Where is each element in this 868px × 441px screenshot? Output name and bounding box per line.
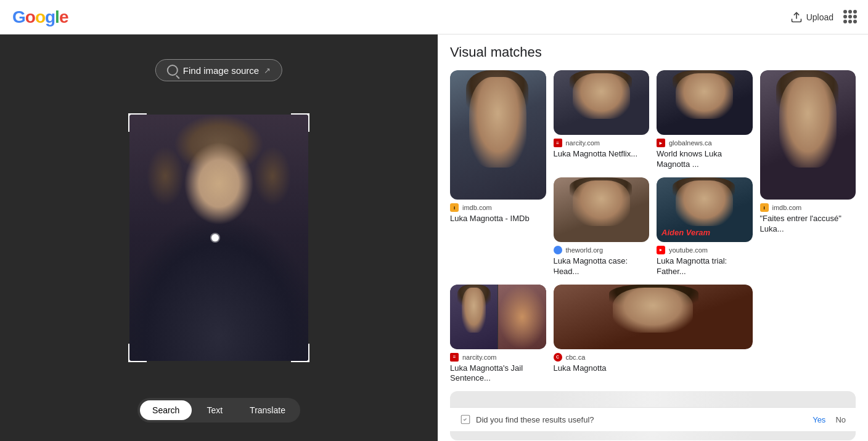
- result-card-8[interactable]: C cbc.ca Luka Magnotta: [554, 285, 753, 384]
- upload-icon: [790, 11, 803, 23]
- img-face-3: [676, 73, 733, 119]
- feedback-yes-button[interactable]: Yes: [813, 415, 825, 424]
- result-title-8: Luka Magnotta: [554, 363, 753, 374]
- favicon-8: C: [554, 353, 562, 362]
- source-name-3: globalnews.ca: [669, 139, 712, 147]
- logo-o1: o: [25, 7, 35, 26]
- source-name-6: youtube.com: [669, 246, 708, 254]
- google-logo: Google: [12, 7, 68, 27]
- result-title-2: Luka Magnotta Netflix...: [554, 149, 650, 160]
- source-name-5: theworld.org: [566, 246, 604, 254]
- result-card-1[interactable]: i imdb.com Luka Magnotta - IMDb: [450, 70, 546, 277]
- favicon-4: i: [760, 203, 769, 212]
- img-face-1: [469, 77, 526, 168]
- upload-label: Upload: [806, 12, 833, 22]
- person-image: [129, 115, 308, 361]
- result-title-6: Luka Magnotta trial: Father...: [657, 256, 753, 277]
- source-name-7: narcity.com: [462, 354, 496, 361]
- result-title-1: Luka Magnotta - IMDb: [450, 214, 546, 224]
- tab-search[interactable]: Search: [140, 400, 192, 420]
- image-container: [129, 115, 308, 361]
- source-name-1: imdb.com: [462, 204, 492, 211]
- find-source-button[interactable]: Find image source ↗: [155, 59, 282, 81]
- source-row-3: ► globalnews.ca: [657, 139, 753, 147]
- feedback-question-area: Did you find these results useful?: [460, 414, 594, 425]
- tab-text[interactable]: Text: [194, 400, 235, 420]
- feedback-question: Did you find these results useful?: [476, 415, 594, 424]
- img-face-4: [779, 77, 837, 168]
- feedback-icon: [460, 414, 471, 425]
- source-row-6: ► youtube.com: [657, 246, 753, 254]
- find-source-label: Find image source: [183, 65, 259, 76]
- result-card-7[interactable]: ≡ narcity.com Luka Magnotta's Jail Sente…: [450, 285, 546, 384]
- source-row-5: theworld.org: [554, 246, 650, 254]
- main-content: Find image source ↗ Search Text Translat…: [0, 34, 868, 441]
- favicon-1: i: [450, 203, 459, 212]
- right-panel: Visual matches i imdb.com Luka Magnotta …: [438, 34, 868, 441]
- source-row-4: i imdb.com: [760, 203, 856, 212]
- result-title-5: Luka Magnotta case: Head...: [554, 256, 650, 277]
- uploaded-image: [129, 115, 308, 361]
- selection-dot: [211, 234, 219, 241]
- overlay-text: Aiden Veram: [661, 228, 710, 237]
- source-row-2: ≡ narcity.com: [554, 139, 650, 147]
- source-name-2: narcity.com: [566, 139, 600, 147]
- external-link-icon: ↗: [264, 66, 271, 75]
- favicon-5: [554, 246, 562, 254]
- img-face-6: [676, 180, 733, 226]
- result-title-4: "Faites entrer l'accusé" Luka...: [760, 214, 856, 235]
- logo-e: e: [59, 7, 68, 26]
- lens-icon: [167, 65, 178, 76]
- feedback-no-button[interactable]: No: [835, 415, 846, 424]
- result-card-6[interactable]: Aiden Veram ► youtube.com Luka Magnotta …: [657, 177, 753, 277]
- logo-g: G: [12, 7, 25, 26]
- apps-icon[interactable]: [843, 10, 858, 25]
- result-card-2[interactable]: ≡ narcity.com Luka Magnotta Netflix...: [554, 70, 650, 170]
- feedback-actions: Yes No: [813, 415, 846, 424]
- source-name-8: cbc.ca: [566, 354, 586, 361]
- result-card-3[interactable]: ► globalnews.ca World knows Luka Magnott…: [657, 70, 753, 170]
- section-title: Visual matches: [450, 44, 856, 60]
- feedback-bar: Did you find these results useful? Yes N…: [450, 407, 856, 431]
- source-row-8: C cbc.ca: [554, 353, 753, 362]
- source-name-4: imdb.com: [772, 204, 802, 211]
- logo-g2: g: [45, 7, 55, 26]
- favicon-2: ≡: [554, 139, 562, 147]
- result-card-4[interactable]: i imdb.com "Faites entrer l'accusé" Luka…: [760, 70, 856, 277]
- favicon-7: ≡: [450, 353, 459, 362]
- upload-button[interactable]: Upload: [790, 11, 833, 23]
- favicon-3: ►: [657, 139, 665, 147]
- img-face-5: [573, 180, 630, 226]
- results-grid: i imdb.com Luka Magnotta - IMDb ≡ narcit…: [450, 70, 856, 384]
- source-row-7: ≡ narcity.com: [450, 353, 546, 362]
- left-panel: Find image source ↗ Search Text Translat…: [0, 34, 438, 441]
- img-face-7a: [462, 288, 486, 333]
- result-title-3: World knows Luka Magnotta ...: [657, 149, 753, 170]
- header-actions: Upload: [790, 10, 858, 25]
- img-face-2: [573, 73, 630, 119]
- logo-o2: o: [35, 7, 45, 26]
- source-row-1: i imdb.com: [450, 203, 546, 212]
- result-title-7: Luka Magnotta's Jail Sentence...: [450, 363, 546, 384]
- tab-translate[interactable]: Translate: [237, 400, 298, 420]
- bottom-tabs: Search Text Translate: [137, 398, 300, 423]
- img-face-8: [613, 288, 692, 333]
- result-card-5[interactable]: theworld.org Luka Magnotta case: Head...: [554, 177, 650, 277]
- favicon-6: ►: [657, 246, 665, 254]
- header: Google Upload: [0, 0, 868, 34]
- logo-l: l: [55, 7, 59, 26]
